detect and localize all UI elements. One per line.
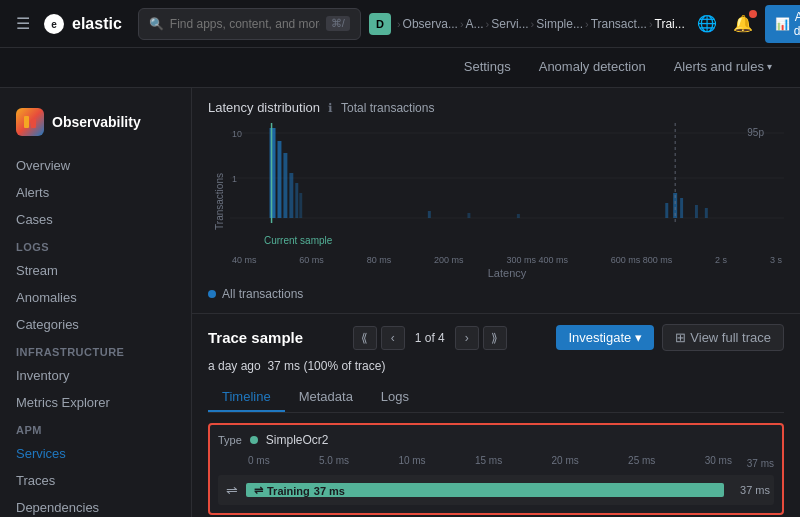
sidebar-item-dependencies[interactable]: Dependencies [0, 494, 191, 517]
transfer-icon: ⇌ [226, 482, 238, 498]
tick-1: 5.0 ms [319, 455, 349, 466]
sidebar-item-categories[interactable]: Categories [0, 311, 191, 338]
timeline-end-time: 37 ms [734, 484, 774, 496]
view-trace-label: View full trace [690, 330, 771, 345]
view-trace-icon: ⊞ [675, 330, 686, 345]
breadcrumb-simple[interactable]: Simple... [536, 17, 583, 31]
logs-section-label: Logs [0, 233, 191, 257]
trace-nav-prev[interactable]: ‹ [381, 326, 405, 350]
breadcrumb-sep-4: › [585, 18, 589, 30]
nav-actions: 🌐 🔔 📊 Add data [693, 5, 800, 43]
svg-text:e: e [51, 19, 57, 30]
ruler-ticks: 0 ms 5.0 ms 10 ms 15 ms 20 ms 25 ms 30 m… [246, 455, 734, 466]
sidebar-item-stream[interactable]: Stream [0, 257, 191, 284]
tick-0: 0 ms [248, 455, 270, 466]
search-shortcut: ⌘/ [326, 16, 350, 31]
timeline-container: Type SimpleOcr2 0 ms 5.0 ms 10 ms 15 ms … [208, 423, 784, 515]
brand-svg [22, 114, 38, 130]
tab-timeline[interactable]: Timeline [208, 383, 285, 412]
elastic-logo: e elastic [42, 12, 122, 36]
notification-badge [749, 10, 757, 18]
chart-info-icon: ℹ [328, 101, 333, 115]
trace-title: Trace sample [208, 329, 303, 346]
timeline-bar-row: ⇌ ⇌ Training 37 ms 37 ms [218, 475, 774, 505]
svg-rect-12 [289, 173, 293, 218]
tab-logs[interactable]: Logs [367, 383, 423, 412]
chart-title: Latency distribution [208, 100, 320, 115]
x-tick-3: 200 ms [434, 255, 464, 265]
svg-rect-3 [31, 119, 36, 128]
tab-metadata[interactable]: Metadata [285, 383, 367, 412]
breadcrumb-badge[interactable]: D [369, 13, 391, 35]
legend-label: All transactions [222, 287, 303, 301]
sidebar-item-traces[interactable]: Traces [0, 467, 191, 494]
x-tick-2: 80 ms [367, 255, 392, 265]
search-bar[interactable]: 🔍 ⌘/ [138, 8, 361, 40]
breadcrumb-sep-3: › [531, 18, 535, 30]
secondary-navigation: Settings Anomaly detection Alerts and ru… [0, 48, 800, 88]
tick-4: 20 ms [552, 455, 579, 466]
add-data-button[interactable]: 📊 Add data [765, 5, 800, 43]
chart-x-label: Latency [230, 267, 784, 279]
infrastructure-section-label: Infrastructure [0, 338, 191, 362]
timeline-header: Type SimpleOcr2 [218, 433, 774, 447]
search-icon: 🔍 [149, 17, 164, 31]
sec-nav-alerts[interactable]: Alerts and rules ▾ [662, 48, 784, 88]
main-content: Latency distribution ℹ Total transaction… [192, 88, 800, 517]
notification-icon-btn[interactable]: 🔔 [729, 10, 757, 37]
trace-sample-section: Trace sample ⟪ ‹ 1 of 4 › ⟫ Investigate … [192, 314, 800, 517]
add-data-label: Add data [794, 10, 800, 38]
chart-header: Latency distribution ℹ Total transaction… [208, 100, 784, 115]
breadcrumb-sep-0: › [397, 18, 401, 30]
breadcrumb-trai[interactable]: Trai... [655, 17, 685, 31]
breadcrumb-sep-2: › [486, 18, 490, 30]
sidebar-item-services[interactable]: Services [0, 440, 191, 467]
breadcrumb-servi[interactable]: Servi... [491, 17, 528, 31]
svg-rect-13 [295, 183, 298, 218]
view-full-trace-button[interactable]: ⊞ View full trace [662, 324, 784, 351]
sidebar-brand-label: Observability [52, 114, 141, 130]
sidebar-brand: Observability [0, 100, 191, 152]
svg-rect-9 [270, 128, 276, 218]
sidebar-item-inventory[interactable]: Inventory [0, 362, 191, 389]
timeline-bar-area: ⇌ Training 37 ms [246, 481, 734, 499]
observability-brand-icon [16, 108, 44, 136]
sidebar-item-alerts[interactable]: Alerts [0, 179, 191, 206]
svg-rect-18 [665, 203, 668, 218]
trace-nav-last[interactable]: ⟫ [483, 326, 507, 350]
breadcrumb-observa[interactable]: Observa... [403, 17, 458, 31]
investigate-dropdown-icon: ▾ [635, 330, 642, 345]
search-input[interactable] [170, 17, 320, 31]
trace-duration: 37 ms (100% of trace) [267, 359, 385, 373]
timeline-row-icon: ⇌ [218, 482, 246, 498]
apm-section-label: APM [0, 416, 191, 440]
sidebar: Observability Overview Alerts Cases Logs… [0, 88, 192, 517]
timeline-ruler: 0 ms 5.0 ms 10 ms 15 ms 20 ms 25 ms 30 m… [218, 455, 774, 471]
sec-nav-anomaly[interactable]: Anomaly detection [527, 48, 658, 88]
breadcrumb-a[interactable]: A... [466, 17, 484, 31]
tick-5: 25 ms [628, 455, 655, 466]
menu-icon[interactable]: ☰ [12, 10, 34, 37]
svg-rect-20 [680, 198, 683, 218]
breadcrumb-transact[interactable]: Transact... [591, 17, 647, 31]
timeline-bar: ⇌ Training 37 ms [246, 483, 724, 497]
ruler-area: 0 ms 5.0 ms 10 ms 15 ms 20 ms 25 ms 30 m… [246, 455, 734, 471]
svg-rect-15 [428, 211, 431, 218]
sec-nav-settings[interactable]: Settings [452, 48, 523, 88]
x-tick-0: 40 ms [232, 255, 257, 265]
svg-rect-10 [277, 141, 281, 218]
chart-total-transactions: Total transactions [341, 101, 434, 115]
trace-nav-first[interactable]: ⟪ [353, 326, 377, 350]
x-tick-6: 2 s [715, 255, 727, 265]
sidebar-item-cases[interactable]: Cases [0, 206, 191, 233]
sidebar-item-metrics-explorer[interactable]: Metrics Explorer [0, 389, 191, 416]
sidebar-item-anomalies[interactable]: Anomalies [0, 284, 191, 311]
svg-rect-16 [467, 213, 470, 218]
trace-nav-next[interactable]: › [455, 326, 479, 350]
alerts-dropdown-icon: ▾ [767, 61, 772, 72]
bar-duration: 37 ms [314, 485, 345, 497]
investigate-button[interactable]: Investigate ▾ [556, 325, 654, 350]
sidebar-item-overview[interactable]: Overview [0, 152, 191, 179]
globe-icon-btn[interactable]: 🌐 [693, 10, 721, 37]
x-tick-4: 300 ms 400 ms [506, 255, 568, 265]
